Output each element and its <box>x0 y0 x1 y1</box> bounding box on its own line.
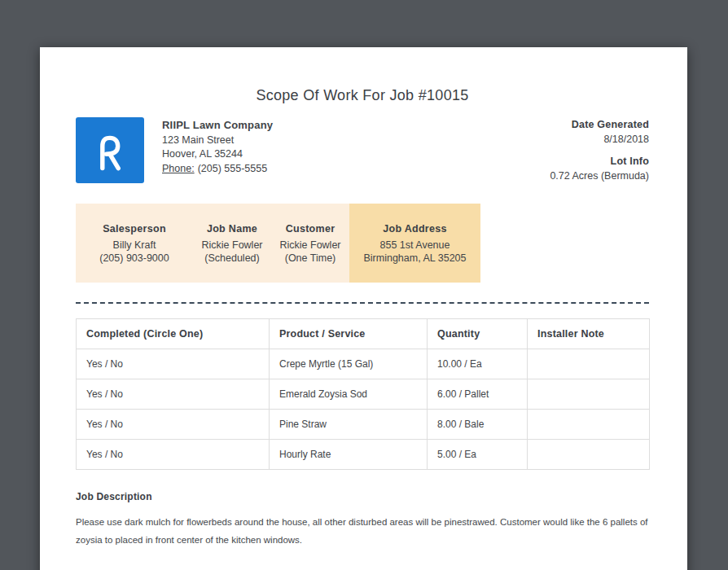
job-address-line1: 855 1st Avenue <box>349 239 480 252</box>
salesperson-phone: (205) 903-9000 <box>76 252 193 265</box>
col-header-quantity: Quantity <box>428 319 528 349</box>
cell-quantity: 8.00 / Bale <box>428 410 528 440</box>
cell-completed: Yes / No <box>77 440 270 470</box>
work-items-table: Completed (Circle One) Product / Service… <box>76 318 650 470</box>
company-address-line1: 123 Main Street <box>162 134 273 148</box>
col-header-installer-note: Installer Note <box>528 319 650 349</box>
cell-quantity: 5.00 / Ea <box>428 440 528 470</box>
customer-label: Customer <box>271 222 349 235</box>
company-phone: Phone:(205) 555-5555 <box>162 162 273 177</box>
document-header: RIIPL Lawn Company 123 Main Street Hoove… <box>76 117 649 183</box>
table-row: Yes / No Emerald Zoysia Sod 6.00 / Palle… <box>77 379 650 410</box>
job-name-status: (Scheduled) <box>193 252 271 265</box>
cell-quantity: 10.00 / Ea <box>428 349 528 379</box>
col-header-product-service: Product / Service <box>270 319 428 349</box>
job-name-value: Rickie Fowler <box>193 239 271 252</box>
salesperson-label: Salesperson <box>76 222 193 235</box>
customer-type: (One Time) <box>271 252 349 265</box>
date-generated-label: Date Generated <box>550 118 649 133</box>
table-row: Yes / No Crepe Myrtle (15 Gal) 10.00 / E… <box>77 349 650 379</box>
table-row: Yes / No Pine Straw 8.00 / Bale <box>77 410 650 440</box>
job-description-paragraph: Please use dark mulch for flowerbeds aro… <box>76 513 649 549</box>
table-header-row: Completed (Circle One) Product / Service… <box>77 319 650 349</box>
cell-quantity: 6.00 / Pallet <box>428 379 528 410</box>
job-description-paragraph: Irrigation guys will be buy on 8/17 and … <box>76 567 649 570</box>
date-generated-value: 8/18/2018 <box>550 133 649 147</box>
cell-product: Pine Straw <box>270 410 428 440</box>
company-info: RIIPL Lawn Company 123 Main Street Hoove… <box>162 117 273 176</box>
cell-installer-note <box>528 410 650 440</box>
document-meta: Date Generated 8/18/2018 Lot Info 0.72 A… <box>550 117 649 183</box>
cell-product: Hourly Rate <box>270 440 428 470</box>
cell-product: Emerald Zoysia Sod <box>270 379 428 410</box>
company-name: RIIPL Lawn Company <box>162 118 273 133</box>
dashed-divider <box>76 302 649 304</box>
job-summary-strip: Salesperson Billy Kraft (205) 903-9000 J… <box>76 204 649 283</box>
job-address-line2: Birmingham, AL 35205 <box>349 252 480 265</box>
job-description-heading: Job Description <box>76 491 649 502</box>
letter-r-icon <box>88 129 132 173</box>
table-row: Yes / No Hourly Rate 5.00 / Ea <box>77 440 650 470</box>
cell-installer-note <box>528 440 650 470</box>
page-title: Scope Of Work For Job #10015 <box>76 87 649 104</box>
company-logo <box>76 117 144 183</box>
cell-product: Crepe Myrtle (15 Gal) <box>270 349 428 379</box>
cell-completed: Yes / No <box>77 379 270 410</box>
summary-job-address: Job Address 855 1st Avenue Birmingham, A… <box>349 204 480 283</box>
summary-customer: Customer Rickie Fowler (One Time) <box>271 204 349 283</box>
company-address-line2: Hoover, AL 35244 <box>162 147 273 162</box>
salesperson-name: Billy Kraft <box>76 239 193 252</box>
summary-job-name: Job Name Rickie Fowler (Scheduled) <box>193 204 271 283</box>
phone-number: (205) 555-5555 <box>198 163 267 174</box>
job-address-label: Job Address <box>349 222 480 235</box>
col-header-completed: Completed (Circle One) <box>77 319 270 349</box>
cell-installer-note <box>528 379 650 410</box>
summary-salesperson: Salesperson Billy Kraft (205) 903-9000 <box>76 204 193 283</box>
document-page: Scope Of Work For Job #10015 RIIPL Lawn … <box>40 47 687 570</box>
customer-name: Rickie Fowler <box>271 239 349 252</box>
cell-completed: Yes / No <box>77 349 270 379</box>
lot-info-value: 0.72 Acres (Bermuda) <box>550 169 649 184</box>
lot-info-label: Lot Info <box>550 155 649 169</box>
cell-completed: Yes / No <box>77 410 270 440</box>
job-name-label: Job Name <box>193 222 271 235</box>
cell-installer-note <box>528 349 650 379</box>
phone-label: Phone: <box>162 163 195 174</box>
